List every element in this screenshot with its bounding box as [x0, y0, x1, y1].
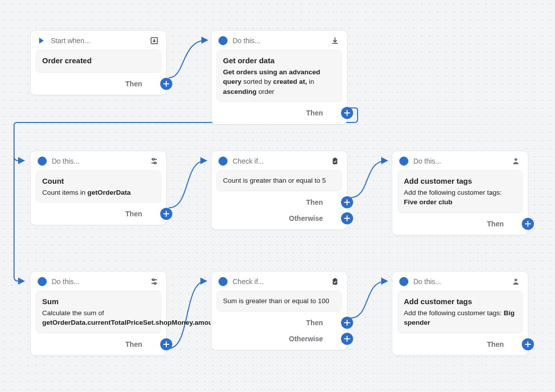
- svg-point-5: [514, 158, 517, 161]
- clipboard-check-icon: [330, 156, 340, 166]
- node-body: Count is greater than or equal to 5: [216, 170, 342, 191]
- step-dot-icon: [38, 277, 47, 286]
- svg-point-6: [152, 279, 154, 281]
- node-desc: Count items in getOrderData: [42, 188, 155, 198]
- svg-point-10: [514, 279, 517, 281]
- node-body: Get order data Get orders using an advan…: [216, 50, 342, 102]
- step-dot-icon: [218, 277, 228, 286]
- node-desc: Calculate the sum of getOrderData.curren…: [42, 308, 155, 328]
- node-title: Add customer tags: [404, 296, 516, 307]
- svg-point-1: [152, 159, 154, 161]
- svg-point-2: [154, 162, 156, 164]
- add-step-button[interactable]: [522, 338, 534, 350]
- add-step-button[interactable]: [160, 338, 172, 350]
- otherwise-label: Otherwise: [289, 335, 323, 343]
- node-body: Order created: [36, 50, 161, 73]
- node-body: Add customer tags Add the following cust…: [397, 170, 523, 213]
- action-node-count[interactable]: Do this... Count Count items in getOrder…: [30, 151, 167, 225]
- step-dot-icon: [218, 157, 228, 166]
- svg-rect-3: [333, 159, 338, 165]
- play-icon: [37, 36, 46, 45]
- node-desc: Sum is greater than or equal to 100: [223, 296, 336, 306]
- then-label: Then: [306, 319, 323, 327]
- node-header-label: Do this...: [413, 157, 506, 165]
- node-header-label: Do this...: [52, 278, 144, 286]
- svg-point-7: [154, 283, 156, 285]
- svg-rect-4: [334, 158, 337, 159]
- then-label: Then: [487, 340, 504, 348]
- then-label: Then: [126, 80, 142, 88]
- node-title: Sum: [42, 296, 155, 307]
- add-then-step-button[interactable]: [341, 317, 353, 329]
- then-label: Then: [487, 220, 504, 228]
- then-label: Then: [126, 340, 142, 348]
- person-icon: [511, 156, 521, 166]
- node-header-label: Start when...: [51, 37, 144, 45]
- action-node-sum[interactable]: Do this... Sum Calculate the sum of getO…: [30, 271, 167, 356]
- action-node-get-order-data[interactable]: Do this... Get order data Get orders usi…: [211, 30, 348, 124]
- node-desc: Add the following customer tags: Big spe…: [404, 308, 516, 328]
- svg-rect-9: [334, 278, 337, 280]
- node-desc: Get orders using an advanced query sorte…: [223, 67, 336, 97]
- node-title: Get order data: [223, 55, 336, 66]
- add-step-button[interactable]: [522, 218, 534, 230]
- adjust-icon: [149, 277, 159, 287]
- then-label: Then: [306, 198, 323, 206]
- node-desc: Count is greater than or equal to 5: [223, 176, 336, 186]
- condition-node-count[interactable]: Check if... Count is greater than or equ…: [211, 151, 348, 230]
- step-dot-icon: [38, 157, 47, 166]
- node-body: Sum is greater than or equal to 100: [216, 291, 342, 312]
- node-header-label: Do this...: [413, 278, 506, 286]
- download-icon: [330, 36, 340, 46]
- add-otherwise-step-button[interactable]: [341, 212, 353, 224]
- node-header-label: Check if...: [233, 278, 325, 286]
- node-header-label: Do this...: [233, 37, 325, 45]
- add-otherwise-step-button[interactable]: [341, 333, 353, 345]
- condition-node-sum[interactable]: Check if... Sum is greater than or equal…: [211, 271, 348, 350]
- adjust-icon: [149, 156, 159, 166]
- then-label: Then: [306, 109, 323, 117]
- node-body: Count Count items in getOrderData: [36, 170, 161, 203]
- action-node-add-tags-big[interactable]: Do this... Add customer tags Add the fol…: [392, 271, 528, 356]
- node-title: Count: [42, 176, 155, 187]
- person-icon: [511, 277, 521, 287]
- node-body: Add customer tags Add the following cust…: [397, 291, 523, 333]
- node-body: Sum Calculate the sum of getOrderData.cu…: [36, 291, 161, 333]
- node-header-label: Check if...: [233, 157, 325, 165]
- node-header-label: Do this...: [52, 157, 144, 165]
- action-node-add-tags-five[interactable]: Do this... Add customer tags Add the fol…: [392, 151, 528, 235]
- step-dot-icon: [399, 157, 408, 166]
- add-then-step-button[interactable]: [341, 196, 353, 208]
- node-title: Order created: [42, 55, 155, 66]
- then-label: Then: [126, 210, 142, 218]
- import-icon: [149, 36, 159, 46]
- step-dot-icon: [218, 36, 228, 45]
- otherwise-label: Otherwise: [289, 214, 323, 222]
- node-desc: Add the following customer tags: Five or…: [404, 188, 516, 207]
- add-step-button[interactable]: [160, 78, 172, 90]
- node-title: Add customer tags: [404, 176, 516, 187]
- clipboard-check-icon: [330, 277, 340, 287]
- svg-rect-8: [333, 279, 338, 285]
- step-dot-icon: [399, 277, 408, 286]
- trigger-node[interactable]: Start when... Order created Then: [30, 30, 167, 95]
